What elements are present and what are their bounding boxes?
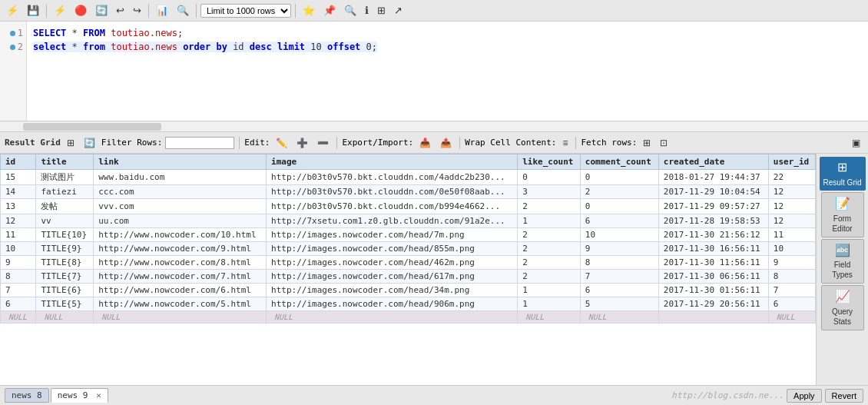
result-table-container[interactable]: id title link image like_count comment_c… (0, 154, 816, 385)
cell-user_id[interactable]: 10 (768, 242, 815, 256)
cell-created_date[interactable]: 2018-01-27 19:44:37 (658, 170, 768, 185)
cell-comment_count[interactable]: 5 (580, 297, 658, 311)
panel-toggle-btn[interactable]: ▣ (849, 136, 863, 150)
table-row[interactable]: 10TITLE{9}http://www.nowcoder.com/9.html… (1, 242, 816, 256)
cell-like_count[interactable]: 2 (518, 199, 581, 214)
cell-comment_count[interactable]: 2 (580, 185, 658, 199)
col-user-id[interactable]: user_id (768, 154, 815, 170)
cell-link[interactable]: http://www.nowcoder.com/7.html (94, 270, 267, 284)
cell-link[interactable]: http://www.nowcoder.com/9.html (94, 242, 267, 256)
cell-like_count[interactable]: 1 (518, 214, 581, 228)
sql-editor[interactable]: 1 2 SELECT * FROM toutiao.news; select *… (0, 22, 868, 121)
undo-btn[interactable]: ↩ (113, 2, 128, 18)
refresh-result-btn[interactable]: 🔄 (81, 136, 98, 150)
snippet-btn[interactable]: 📌 (320, 2, 339, 18)
delete-row-btn[interactable]: ➖ (314, 136, 332, 150)
col-image[interactable]: image (267, 154, 518, 170)
cell-user_id[interactable]: 11 (768, 228, 815, 242)
bookmark-btn[interactable]: ⭐ (300, 2, 318, 18)
cell-like_count[interactable]: 1 (518, 284, 581, 297)
col-title[interactable]: title (36, 154, 94, 170)
cell-created_date[interactable]: 2017-11-30 01:56:11 (658, 284, 768, 297)
cell-title[interactable]: TITLE{8} (36, 256, 94, 270)
col-link[interactable]: link (94, 154, 267, 170)
cell-like_count[interactable]: 3 (518, 185, 581, 199)
filter-input[interactable] (165, 137, 234, 149)
table-row[interactable]: 14fatieziccc.comhttp://b03t0v570.bkt.clo… (1, 185, 816, 199)
cell-comment_count[interactable]: 10 (580, 228, 658, 242)
cell-image[interactable]: http://images.nowcoder.com/head/617m.png (267, 270, 518, 284)
cell-comment_count[interactable]: 9 (580, 242, 658, 256)
query-btn[interactable]: ⚡ (3, 2, 22, 18)
table-row[interactable]: 8TITLE{7}http://www.nowcoder.com/7.htmlh… (1, 270, 816, 284)
table-row[interactable]: 12vvuu.comhttp://7xsetu.com1.z0.glb.clou… (1, 214, 816, 228)
export-btn[interactable]: ↗ (391, 2, 406, 18)
cell-link[interactable]: www.baidu.com (94, 170, 267, 185)
form-editor-btn[interactable]: 📝 Form Editor (821, 192, 864, 237)
cell-created_date[interactable]: 2017-11-29 20:56:11 (658, 297, 768, 311)
cell-title[interactable]: fatiezi (36, 185, 94, 199)
cell-like_count[interactable]: 1 (518, 297, 581, 311)
cell-user_id[interactable]: 12 (768, 185, 815, 199)
cell-created_date[interactable]: 2017-11-30 11:56:11 (658, 256, 768, 270)
cell-comment_count[interactable]: 8 (580, 256, 658, 270)
cell-title[interactable]: TITLE{6} (36, 284, 94, 297)
query-stats-btn[interactable]: 📈 Query Stats (821, 285, 864, 330)
fetch-all-btn[interactable]: ⊡ (657, 136, 671, 150)
cell-title[interactable]: 发帖 (36, 199, 94, 214)
redo-btn[interactable]: ↪ (130, 2, 144, 18)
cell-id[interactable]: 8 (1, 270, 36, 284)
cell-like_count[interactable]: 2 (518, 256, 581, 270)
wrap-btn[interactable]: ≡ (559, 136, 571, 150)
cell-link[interactable]: vvv.com (94, 199, 267, 214)
col-comment-count[interactable]: comment_count (580, 154, 658, 170)
cell-id[interactable]: 15 (1, 170, 36, 185)
cell-title[interactable]: TITLE{9} (36, 242, 94, 256)
fetch-btn[interactable]: ⊞ (640, 136, 654, 150)
edit-btn[interactable]: ✏️ (273, 136, 290, 150)
cell-id[interactable]: 9 (1, 256, 36, 270)
cell-user_id[interactable]: 7 (768, 284, 815, 297)
cell-id[interactable]: 10 (1, 242, 36, 256)
table-row[interactable]: 15测试图片www.baidu.comhttp://b03t0v570.bkt.… (1, 170, 816, 185)
cell-link[interactable]: http://www.nowcoder.com/8.html (94, 256, 267, 270)
stop-btn[interactable]: 🔴 (71, 2, 90, 18)
table-row[interactable]: 9TITLE{8}http://www.nowcoder.com/8.htmlh… (1, 256, 816, 270)
tab-news8[interactable]: news 8 (5, 388, 49, 403)
add-row-btn[interactable]: ➕ (293, 136, 311, 150)
cell-image[interactable]: http://7xsetu.com1.z0.glb.clouddn.com/91… (267, 214, 518, 228)
col-like-count[interactable]: like_count (518, 154, 581, 170)
refresh-btn[interactable]: 🔄 (92, 2, 111, 18)
cell-title[interactable]: 测试图片 (36, 170, 94, 185)
revert-button[interactable]: Revert (825, 389, 863, 403)
editor-hscrollbar[interactable] (0, 121, 868, 132)
cell-comment_count[interactable]: 0 (580, 170, 658, 185)
cell-image[interactable]: http://images.nowcoder.com/head/855m.png (267, 242, 518, 256)
grid-view-btn[interactable]: ⊞ (64, 136, 78, 150)
table-row[interactable]: 6TITLE{5}http://www.nowcoder.com/5.htmlh… (1, 297, 816, 311)
cell-title[interactable]: TITLE{10} (36, 228, 94, 242)
cell-id[interactable]: 6 (1, 297, 36, 311)
cell-id[interactable]: 12 (1, 214, 36, 228)
cell-title[interactable]: TITLE{5} (36, 297, 94, 311)
cell-image[interactable]: http://images.nowcoder.com/head/7m.png (267, 228, 518, 242)
inspect-btn[interactable]: 🔍 (174, 2, 192, 18)
cell-like_count[interactable]: 2 (518, 270, 581, 284)
info-btn[interactable]: ℹ (362, 2, 372, 18)
cell-image[interactable]: http://b03t0v570.bkt.clouddn.com/0e50f08… (267, 185, 518, 199)
execute-btn[interactable]: ⚡ (51, 2, 69, 18)
cell-image[interactable]: http://images.nowcoder.com/head/906m.png (267, 297, 518, 311)
cell-like_count[interactable]: 2 (518, 242, 581, 256)
cell-link[interactable]: uu.com (94, 214, 267, 228)
cell-user_id[interactable]: 22 (768, 170, 815, 185)
editor-content[interactable]: SELECT * FROM toutiao.news; select * fro… (27, 22, 868, 121)
table-row[interactable]: 11TITLE{10}http://www.nowcoder.com/10.ht… (1, 228, 816, 242)
cell-image[interactable]: http://images.nowcoder.com/head/462m.png (267, 256, 518, 270)
save-btn[interactable]: 💾 (24, 2, 42, 18)
export-result-btn[interactable]: 📤 (437, 136, 455, 150)
cell-image[interactable]: http://images.nowcoder.com/head/34m.png (267, 284, 518, 297)
explain-btn[interactable]: 📊 (153, 2, 171, 18)
cell-comment_count[interactable]: 7 (580, 270, 658, 284)
cell-image[interactable]: http://b03t0v570.bkt.clouddn.com/4addc2b… (267, 170, 518, 185)
cell-comment_count[interactable]: 6 (580, 214, 658, 228)
